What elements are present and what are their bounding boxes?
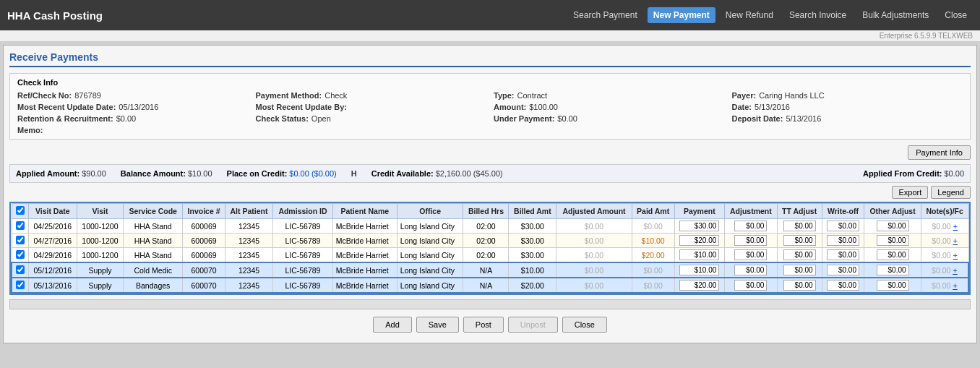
row-payment[interactable] <box>674 219 725 234</box>
place-on-credit-label: Place on Credit: <box>227 169 288 178</box>
row-plus-link[interactable]: + <box>953 251 958 260</box>
under-payment-row: Under Payment: $0.00 <box>494 114 725 123</box>
nav-new-refund[interactable]: New Refund <box>720 7 779 23</box>
place-on-credit-value[interactable]: $0.00 ($0.00) <box>289 169 336 178</box>
payment-input[interactable] <box>679 280 719 291</box>
nav-new-payment[interactable]: New Payment <box>648 7 715 23</box>
unpost-button[interactable]: Unpost <box>508 317 558 333</box>
export-button[interactable]: Export <box>892 186 928 199</box>
row-checkbox-cell[interactable] <box>12 234 28 248</box>
row-checkbox[interactable] <box>16 221 25 230</box>
row-adjustment[interactable] <box>725 234 778 248</box>
other-adjust-input[interactable] <box>877 235 909 246</box>
row-notes[interactable]: $0.00 + <box>921 248 968 263</box>
other-adjust-input[interactable] <box>877 249 909 260</box>
nav-close[interactable]: Close <box>939 7 973 23</box>
row-visit-date: 04/25/2016 <box>28 219 77 234</box>
write-off-input[interactable] <box>827 265 859 275</box>
payer-label: Payer: <box>732 91 757 100</box>
row-other-adjust[interactable] <box>864 262 921 278</box>
adjustment-input[interactable] <box>734 235 767 246</box>
nav-search-invoice[interactable]: Search Invoice <box>783 7 852 23</box>
row-patient-name: McBride Harriet <box>332 278 397 293</box>
row-write-off[interactable] <box>822 262 864 278</box>
row-checkbox[interactable] <box>16 281 25 289</box>
payment-input[interactable] <box>679 265 719 275</box>
row-adjustment[interactable] <box>725 219 778 234</box>
save-button[interactable]: Save <box>416 317 459 333</box>
other-adjust-input[interactable] <box>877 265 909 275</box>
payment-input[interactable] <box>679 221 719 231</box>
other-adjust-input[interactable] <box>877 221 909 231</box>
row-notes[interactable]: $0.00 + <box>921 234 968 248</box>
row-adjustment[interactable] <box>725 262 778 278</box>
row-adjustment[interactable] <box>725 278 778 293</box>
add-button[interactable]: Add <box>373 317 412 333</box>
row-billed-amt: $30.00 <box>509 219 556 234</box>
nav-bulk-adjustments[interactable]: Bulk Adjustments <box>856 7 934 23</box>
post-button[interactable]: Post <box>463 317 504 333</box>
tt-adjust-input[interactable] <box>783 221 816 231</box>
row-tt-adjust[interactable] <box>777 278 822 293</box>
row-write-off[interactable] <box>822 278 864 293</box>
tt-adjust-input[interactable] <box>783 235 816 246</box>
close-button[interactable]: Close <box>562 317 607 333</box>
row-payment[interactable] <box>674 278 725 293</box>
write-off-input[interactable] <box>827 280 859 291</box>
table-row: 04/29/2016 1000-1200 HHA Stand 600069 12… <box>12 248 968 263</box>
adjustment-input[interactable] <box>734 280 767 291</box>
row-other-adjust[interactable] <box>864 234 921 248</box>
row-checkbox-cell[interactable] <box>12 219 28 234</box>
row-notes[interactable]: $0.00 + <box>921 262 968 278</box>
row-payment[interactable] <box>674 248 725 263</box>
row-other-adjust[interactable] <box>864 219 921 234</box>
row-plus-link[interactable]: + <box>953 281 957 290</box>
legend-button[interactable]: Legend <box>931 186 971 199</box>
row-tt-adjust[interactable] <box>777 248 822 263</box>
row-plus-link[interactable]: + <box>953 266 957 275</box>
write-off-input[interactable] <box>827 249 859 260</box>
payment-input[interactable] <box>679 249 719 260</box>
row-plus-link[interactable]: + <box>953 236 958 245</box>
nav-search-payment[interactable]: Search Payment <box>567 7 643 23</box>
row-notes[interactable]: $0.00 + <box>921 219 968 234</box>
tt-adjust-input[interactable] <box>783 280 816 291</box>
row-checkbox[interactable] <box>16 265 25 274</box>
adjustment-input[interactable] <box>734 265 767 275</box>
payment-input[interactable] <box>679 235 719 246</box>
write-off-input[interactable] <box>827 235 859 246</box>
data-table-wrapper: Visit Date Visit Service Code Invoice # … <box>9 202 971 295</box>
row-checkbox[interactable] <box>16 236 25 244</box>
select-all-checkbox[interactable] <box>16 206 25 215</box>
row-other-adjust[interactable] <box>864 248 921 263</box>
row-paid-amt: $0.00 <box>632 219 674 234</box>
payment-method-row: Payment Method: Check <box>256 91 487 100</box>
payment-info-button[interactable]: Payment Info <box>908 145 971 160</box>
row-notes[interactable]: $0.00 + <box>921 278 968 293</box>
row-write-off[interactable] <box>822 219 864 234</box>
horizontal-scrollbar[interactable] <box>9 299 971 309</box>
row-tt-adjust[interactable] <box>777 262 822 278</box>
row-checkbox-cell[interactable] <box>12 248 28 263</box>
row-tt-adjust[interactable] <box>777 234 822 248</box>
tt-adjust-input[interactable] <box>783 265 816 275</box>
row-checkbox-cell[interactable] <box>12 278 28 293</box>
row-other-adjust[interactable] <box>864 278 921 293</box>
adjustment-input[interactable] <box>734 221 767 231</box>
row-plus-link[interactable]: + <box>953 222 958 231</box>
row-write-off[interactable] <box>822 234 864 248</box>
row-checkbox[interactable] <box>16 250 25 259</box>
row-adjustment[interactable] <box>725 248 778 263</box>
row-payment[interactable] <box>674 234 725 248</box>
row-write-off[interactable] <box>822 248 864 263</box>
tt-adjust-input[interactable] <box>783 249 816 260</box>
adjustment-input[interactable] <box>734 249 767 260</box>
th-notes: Note(s)/Fc <box>921 204 968 219</box>
row-payment[interactable] <box>674 262 725 278</box>
table-row: 04/27/2016 1000-1200 HHA Stand 600069 12… <box>12 234 968 248</box>
credit-available-value: $2,160.00 ($45.00) <box>436 169 503 178</box>
row-checkbox-cell[interactable] <box>12 262 28 278</box>
row-tt-adjust[interactable] <box>777 219 822 234</box>
write-off-input[interactable] <box>827 221 859 231</box>
other-adjust-input[interactable] <box>877 280 909 291</box>
